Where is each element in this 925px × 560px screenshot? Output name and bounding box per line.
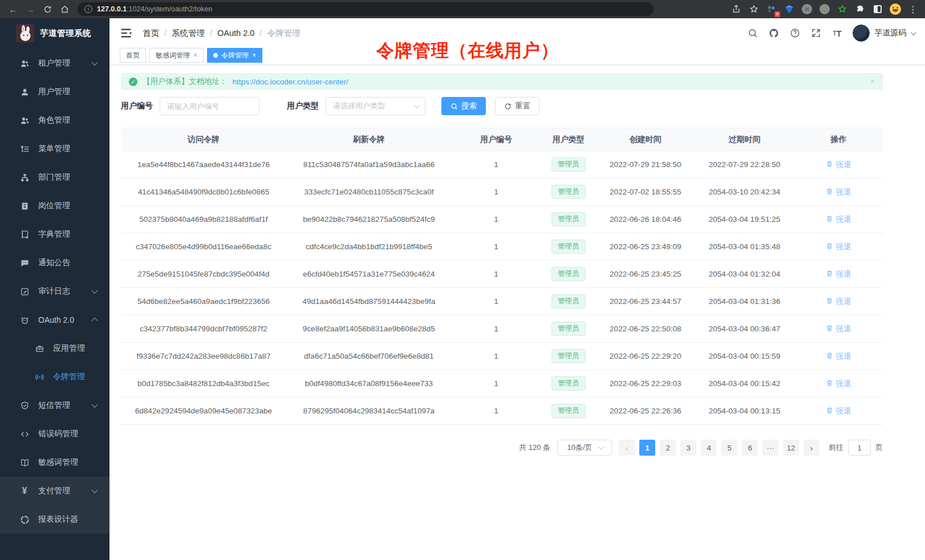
github-icon[interactable] [768,27,780,39]
record-circle-icon[interactable] [818,3,831,15]
sidebar-item-label: 用户管理 [38,87,70,97]
command-circle-icon[interactable]: ⌘ [801,3,813,15]
action-cell: 强退 [794,397,883,425]
sidebar-item-audit-log[interactable]: 审计日志 [0,277,109,306]
force-logout-button[interactable]: 强退 [826,160,851,170]
close-icon[interactable]: × [252,51,256,59]
force-logout-button[interactable]: 强退 [826,187,851,197]
sidebar-item-sms[interactable]: 短信管理 [0,391,109,420]
tab-label: 令牌管理 [221,51,249,60]
force-logout-button[interactable]: 强退 [826,269,851,279]
refresh-token-cell: 333ecfc71e02480cb11055c875c3ca0f [286,178,452,206]
green-star-icon[interactable] [836,3,849,15]
table-row: b0d1785bc3a8482f812db4a3f3bd15ecb0df4980… [121,370,883,397]
close-icon[interactable]: × [870,77,875,86]
sidebar-item-pay[interactable]: ¥支付管理 [0,477,109,505]
prev-page-button[interactable]: ‹ [619,440,635,456]
app-logo[interactable]: 芋道管理系统 [0,18,109,48]
sidebar-item-dept[interactable]: 部门管理 [0,163,109,192]
expire-time-cell: 2054-03-04 19:51:25 [695,206,794,233]
sidebar-item-post[interactable]: 岗位管理 [0,192,109,220]
access-token-cell: 41c41346a548490f9dc8b01c6bfe0865 [121,178,286,206]
sidebar-item-sensitive[interactable]: 敏感词管理 [0,448,109,477]
user-type-badge: 管理员 [551,157,586,172]
expire-time-cell: 2054-03-04 01:35:48 [695,233,794,261]
next-page-button[interactable]: › [804,440,819,456]
browser-menu-icon[interactable]: ⋮ [907,3,919,15]
sidebar-item-menu[interactable]: 菜单管理 [0,135,109,163]
refresh-token-cell: dfa6c71a50a54c66bef706ef9e6e8d81 [286,343,452,370]
forward-icon[interactable]: → [23,2,38,17]
sidebar-item-tenant[interactable]: 租户管理 [0,49,109,78]
back-icon[interactable]: ← [6,2,21,17]
sidebar-item-oauth2[interactable]: OAuth 2.0 [0,306,109,334]
user-type-badge: 管理员 [551,404,586,418]
refresh-token-cell: e6cfd40eb1f54571a31e775e039c4624 [286,261,452,288]
sidebar-item-oauth2-app[interactable]: 应用管理 [0,334,109,363]
page-button-4[interactable]: 4 [701,440,717,456]
sidebar-item-error-code[interactable]: 错误码管理 [0,420,109,448]
goto-page-input[interactable] [848,440,871,456]
more-pages-button[interactable]: ··· [762,440,778,456]
breadcrumb-separator: / [210,29,212,38]
sidebar-item-user[interactable]: 用户管理 [0,78,109,106]
force-logout-button[interactable]: 强退 [826,297,851,307]
user-type-cell: 管理员 [541,233,597,261]
tab-home[interactable]: 首页 [120,48,146,63]
search-button[interactable]: 搜索 [441,97,486,115]
tab-sensitive-word[interactable]: 敏感词管理× [149,48,204,63]
shield-icon [19,400,30,411]
refresh-token-cell: 8796295f04064c2983414cc54af1097a [286,397,452,425]
page-button-6[interactable]: 6 [742,440,758,456]
gem-icon[interactable] [783,3,796,15]
expire-time-cell: 2054-03-04 00:15:59 [695,343,794,370]
page-button-2[interactable]: 2 [660,440,676,456]
profile-avatar-icon[interactable] [889,3,902,15]
page-size-select[interactable]: 10条/页 [557,440,612,456]
site-info-icon[interactable]: i [84,5,92,13]
search-icon[interactable] [747,27,758,39]
user-type-select[interactable]: 请选择用户类型 [326,97,425,115]
reload-icon[interactable] [40,2,55,17]
page-button-5[interactable]: 5 [721,440,737,456]
breadcrumb-item[interactable]: OAuth 2.0 [217,29,254,38]
sidebar-item-notice[interactable]: 通知公告 [0,249,109,277]
font-size-icon[interactable]: TT [831,27,843,39]
breadcrumb-item[interactable]: 首页 [143,28,159,39]
user-id-input[interactable] [160,97,259,115]
table-row: c342377bf8b344799dcbf7bf095287f29ce8ef2a… [121,315,883,343]
sidebar-item-role[interactable]: 角色管理 [0,106,109,135]
force-logout-button[interactable]: 强退 [826,242,851,252]
sidebar-item-report[interactable]: 报表设计器 [0,505,109,534]
sidebar-item-dict[interactable]: 字典管理 [0,220,109,249]
force-logout-button[interactable]: 强退 [826,214,851,225]
close-icon[interactable]: × [193,51,197,59]
page-button-12[interactable]: 12 [783,440,799,456]
fullscreen-icon[interactable] [810,27,822,39]
page-button-3[interactable]: 3 [680,440,696,456]
extension-badge-icon[interactable]: 9 [765,3,778,15]
sidebar-item-oauth2-token[interactable]: 令牌管理 [0,363,109,391]
force-logout-button[interactable]: 强退 [826,351,851,362]
bookmark-star-icon[interactable] [748,3,760,15]
tab-token[interactable]: 令牌管理× [207,48,262,63]
share-icon[interactable] [730,3,743,15]
page-button-1[interactable]: 1 [639,440,655,456]
sidebar-item-label: 部门管理 [38,172,70,182]
force-logout-button[interactable]: 强退 [826,379,851,389]
user-menu[interactable]: 芋道源码 [853,25,915,42]
force-logout-button[interactable]: 强退 [826,324,851,334]
action-cell: 强退 [794,370,883,397]
home-icon[interactable] [57,2,72,17]
help-icon[interactable] [789,27,801,39]
breadcrumb-separator: / [164,29,167,38]
puzzle-icon[interactable] [854,3,866,15]
force-logout-button[interactable]: 强退 [826,406,851,416]
breadcrumb-item[interactable]: 系统管理 [172,28,205,39]
address-bar[interactable]: i 127.0.0.1:1024/system/oauth2/token [78,2,654,16]
split-square-icon[interactable] [871,3,884,15]
collapse-sidebar-icon[interactable] [120,27,132,39]
doc-link[interactable]: https://doc.iocoder.cn/user-center/ [233,78,348,86]
user-type-cell: 管理员 [541,261,597,288]
reset-button[interactable]: 重置 [495,97,539,115]
